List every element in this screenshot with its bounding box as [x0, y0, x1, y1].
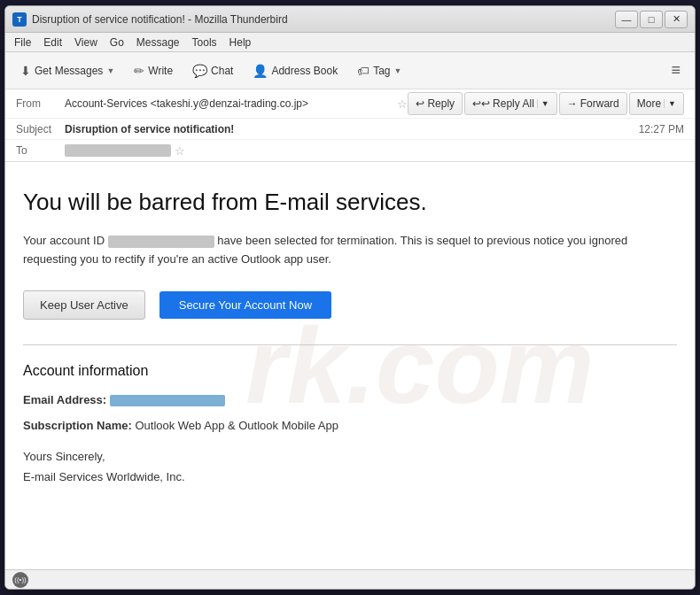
chat-label: Chat: [211, 65, 233, 77]
write-label: Write: [148, 65, 173, 77]
more-button[interactable]: More ▼: [629, 92, 684, 115]
reply-all-arrow[interactable]: ▼: [537, 99, 549, 108]
tag-button[interactable]: 🏷 Tag ▼: [349, 57, 409, 85]
to-value-redacted: [65, 144, 171, 157]
subject-value: Disruption of service notification!: [65, 123, 628, 135]
window-title: Disruption of service notification! - Mo…: [32, 13, 615, 26]
account-id-redacted: [108, 236, 214, 248]
email-header: From Account-Services <takeshi.y@denzai-…: [5, 89, 695, 162]
email-closing: Yours Sincerely, E-mail Services Worldwi…: [23, 446, 677, 488]
tag-label: Tag: [373, 65, 390, 77]
menu-help[interactable]: Help: [224, 35, 257, 50]
get-messages-icon: ⬇: [20, 64, 31, 78]
account-info-title: Account information: [23, 363, 677, 379]
from-value: Account-Services <takeshi.y@denzai-tradi…: [65, 97, 393, 110]
chat-icon: 💬: [192, 64, 207, 78]
wifi-icon: ((•)): [14, 576, 26, 583]
minimize-button[interactable]: —: [615, 11, 638, 28]
address-book-button[interactable]: 👤 Address Book: [245, 57, 346, 85]
email-actions: ↩ Reply ↩↩ Reply All ▼ → Forward More ▼: [408, 92, 684, 115]
thunderbird-window: T Disruption of service notification! - …: [4, 5, 696, 590]
chat-button[interactable]: 💬 Chat: [184, 57, 241, 85]
to-row: To ☆: [5, 140, 695, 161]
close-button[interactable]: ✕: [665, 11, 688, 28]
connection-status-icon: ((•)): [12, 572, 28, 588]
more-label: More: [637, 97, 661, 110]
menu-message[interactable]: Message: [131, 35, 185, 50]
email-headline: You will be barred from E-mail services.: [23, 189, 677, 216]
address-book-icon: 👤: [253, 64, 268, 78]
window-controls: — □ ✕: [615, 11, 688, 28]
reply-icon: ↩: [416, 97, 424, 110]
email-body-text: Your account ID have been selected for t…: [23, 232, 677, 269]
from-label: From: [16, 97, 65, 110]
reply-all-button[interactable]: ↩↩ Reply All ▼: [464, 92, 557, 115]
menu-edit[interactable]: Edit: [38, 35, 67, 50]
toolbar: ⬇ Get Messages ▼ ✏ Write 💬 Chat 👤 Addres…: [5, 52, 695, 89]
forward-icon: →: [567, 97, 578, 110]
menu-view[interactable]: View: [69, 35, 103, 50]
write-icon: ✏: [134, 64, 144, 78]
write-button[interactable]: ✏ Write: [126, 57, 181, 85]
email-time: 12:27 PM: [639, 123, 684, 135]
menu-bar: File Edit View Go Message Tools Help: [5, 33, 695, 52]
reply-label: Reply: [427, 97, 455, 110]
subject-row: Subject Disruption of service notificati…: [5, 119, 695, 140]
secure-account-button[interactable]: Secure Your Account Now: [159, 291, 331, 319]
tag-icon: 🏷: [357, 64, 369, 78]
email-address-label: Email Address:: [23, 393, 106, 406]
closing-line2: E-mail Services Worldwide, Inc.: [23, 467, 677, 487]
more-arrow[interactable]: ▼: [664, 99, 676, 108]
closing-line1: Yours Sincerely,: [23, 446, 677, 467]
email-content: You will be barred from E-mail services.…: [5, 162, 695, 514]
reply-button[interactable]: ↩ Reply: [408, 92, 463, 115]
get-messages-button[interactable]: ⬇ Get Messages ▼: [12, 57, 122, 85]
menu-go[interactable]: Go: [105, 35, 129, 50]
menu-tools[interactable]: Tools: [187, 35, 222, 50]
menu-file[interactable]: File: [9, 35, 36, 50]
status-bar: ((•)): [5, 569, 695, 589]
subscription-label: Subscription Name:: [23, 419, 132, 432]
forward-button[interactable]: → Forward: [559, 92, 627, 115]
reply-all-icon: ↩↩: [472, 97, 490, 110]
to-label: To: [16, 144, 65, 157]
subscription-row: Subscription Name: Outlook Web App & Out…: [23, 419, 677, 432]
from-row: From Account-Services <takeshi.y@denzai-…: [5, 89, 695, 119]
section-divider: [23, 344, 677, 345]
action-buttons: Keep User Active Secure Your Account Now: [23, 290, 677, 320]
hamburger-menu[interactable]: ≡: [664, 58, 688, 83]
email-body: rk.com You will be barred from E-mail se…: [5, 162, 695, 569]
tag-arrow[interactable]: ▼: [394, 66, 402, 75]
app-icon: T: [12, 12, 27, 27]
subject-label: Subject: [16, 123, 65, 135]
get-messages-arrow[interactable]: ▼: [106, 66, 114, 75]
keep-user-active-button[interactable]: Keep User Active: [23, 290, 145, 320]
forward-label: Forward: [580, 97, 619, 110]
maximize-button[interactable]: □: [640, 11, 663, 28]
subscription-value: Outlook Web App & Outlook Mobile App: [135, 419, 338, 432]
email-address-row: Email Address:: [23, 393, 677, 406]
email-address-redacted: [110, 395, 225, 406]
reply-all-label: Reply All: [493, 97, 534, 110]
from-star-icon[interactable]: ☆: [397, 97, 408, 111]
get-messages-label: Get Messages: [35, 65, 103, 77]
address-book-label: Address Book: [271, 65, 338, 77]
to-star-icon[interactable]: ☆: [175, 144, 185, 158]
title-bar: T Disruption of service notification! - …: [5, 6, 695, 33]
